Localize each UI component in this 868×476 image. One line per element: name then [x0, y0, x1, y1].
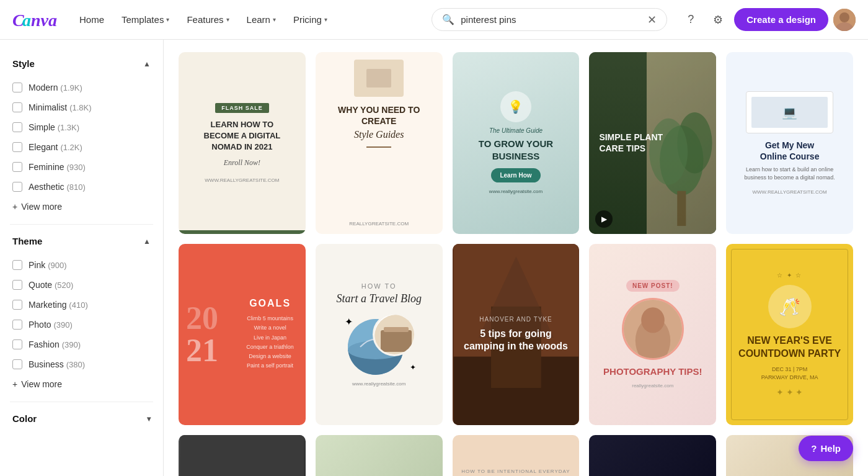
theme-section-header[interactable]: Theme ▲: [10, 230, 153, 253]
theme-divider: [10, 402, 153, 402]
card1-bottom-bar: [179, 230, 306, 234]
template-card-12[interactable]: [316, 435, 443, 476]
card8-content: Hanover and Tyke 5 tips for going campin…: [460, 316, 572, 354]
template-card-3[interactable]: 💡 The Ultimate Guide TO GROW YOUR BUSINE…: [453, 52, 580, 234]
svg-point-23: [641, 308, 665, 333]
card10-eyebrow: ☆ ✦ ☆: [777, 272, 803, 279]
create-design-button[interactable]: Create a design: [734, 8, 828, 31]
theme-filter-section: Theme ▲ Pink (900) Quote (520) Marketing…: [10, 230, 153, 397]
card10-date: DEC 31 | 7PMPARKWAY DRIVE, MA: [761, 366, 818, 382]
template-card-7[interactable]: HOW TO Start a Travel Blog: [316, 244, 443, 426]
card9-title: PHOTOGRAPHY TIPS!: [603, 366, 702, 377]
filter-modern[interactable]: Modern (1.9K): [10, 78, 153, 97]
search-icon: 🔍: [442, 14, 454, 25]
card5-subtitle: Learn how to start & build an onlinebusi…: [745, 166, 835, 181]
card3-cta[interactable]: Learn How: [491, 168, 540, 182]
minimalist-checkbox[interactable]: [12, 102, 22, 112]
template-card-6[interactable]: 20 21 GOALS Climb 5 mountainsWrite a nov…: [179, 244, 306, 426]
pink-checkbox[interactable]: [12, 260, 22, 270]
filter-business[interactable]: Business (380): [10, 354, 153, 374]
template-card-14[interactable]: [589, 435, 716, 476]
card3-footer: www.reallygreatsite.com: [489, 189, 542, 194]
template-card-9[interactable]: NEW POST! PHOTOGRAPHY TIPS! reallygreats…: [589, 244, 716, 426]
nav-home[interactable]: Home: [72, 9, 112, 30]
filter-minimalist[interactable]: Minimalist (1.8K): [10, 97, 153, 117]
card7-eyebrow: HOW TO: [361, 282, 397, 290]
theme-label: Theme: [12, 236, 42, 246]
card6-goals-label: GOALS: [242, 298, 298, 309]
template-card-2[interactable]: WHY YOU NEED TO CREATE Style Guides REAL…: [316, 52, 443, 234]
card13-eyebrow: HOW TO BE INTENTIONAL EVERYDAY: [461, 469, 570, 474]
template-card-8[interactable]: Hanover and Tyke 5 tips for going campin…: [453, 244, 580, 426]
svg-text:a: a: [22, 11, 31, 30]
filter-elegant[interactable]: Elegant (1.2K): [10, 137, 153, 157]
pricing-chevron-icon: ▾: [324, 16, 327, 23]
theme-view-more[interactable]: + View more: [10, 374, 153, 394]
nav-features[interactable]: Features ▾: [179, 9, 236, 30]
logo[interactable]: C a nva: [12, 10, 62, 30]
svg-text:nva: nva: [31, 11, 57, 30]
card10-decorations: ✦ ✦ ✦: [776, 387, 804, 397]
filter-pink[interactable]: Pink (900): [10, 255, 153, 275]
style-view-more[interactable]: + View more: [10, 197, 153, 217]
nav-templates[interactable]: Templates ▾: [114, 9, 177, 30]
card13-content: HOW TO BE INTENTIONAL EVERYDAY BLOG 001: [453, 435, 580, 476]
search-clear-icon[interactable]: ✕: [647, 14, 657, 25]
feminine-checkbox[interactable]: [12, 162, 22, 172]
content-area: FLASH SALE LEARN HOW TOBECOME A DIGITALN…: [164, 40, 868, 476]
template-card-5[interactable]: 💻 Get My NewOnline Course Learn how to s…: [726, 52, 853, 234]
card11-bg: [179, 435, 306, 476]
card7-title: Start a Travel Blog: [336, 292, 422, 305]
laptop-icon: 💻: [782, 105, 797, 120]
template-card-1[interactable]: FLASH SALE LEARN HOW TOBECOME A DIGITALN…: [179, 52, 306, 234]
marketing-checkbox[interactable]: [12, 300, 22, 310]
help-icon-btn[interactable]: ?: [680, 9, 702, 31]
card6-goals-list: Climb 5 mountainsWrite a novelLive in Ja…: [242, 314, 298, 371]
photo-checkbox[interactable]: [12, 320, 22, 330]
bulb-icon: 💡: [508, 99, 523, 114]
card3-title: TO GROW YOUR BUSINESS: [460, 138, 572, 162]
nav-learn[interactable]: Learn ▾: [239, 9, 283, 30]
filter-aesthetic[interactable]: Aesthetic (810): [10, 177, 153, 197]
svg-rect-15: [381, 330, 412, 352]
search-bar: 🔍 ✕: [432, 8, 667, 31]
fashion-checkbox[interactable]: [12, 339, 22, 349]
aesthetic-checkbox[interactable]: [12, 182, 22, 192]
simple-checkbox[interactable]: [12, 122, 22, 132]
svg-rect-16: [384, 327, 409, 332]
filter-feminine[interactable]: Feminine (930): [10, 157, 153, 177]
search-input[interactable]: [461, 14, 641, 25]
template-card-11[interactable]: [179, 435, 306, 476]
help-button[interactable]: ? Help: [799, 436, 853, 461]
modern-checkbox[interactable]: [12, 83, 22, 92]
card14-bg: [589, 435, 716, 476]
template-card-13[interactable]: HOW TO BE INTENTIONAL EVERYDAY BLOG 001: [453, 435, 580, 476]
features-chevron-icon: ▾: [226, 16, 229, 23]
card1-footer: WWW.REALLYGREATSITE.COM: [205, 177, 279, 183]
filter-quote[interactable]: Quote (520): [10, 275, 153, 295]
avatar[interactable]: [833, 9, 856, 31]
filter-marketing[interactable]: Marketing (410): [10, 295, 153, 315]
business-checkbox[interactable]: [12, 359, 22, 369]
color-section-header[interactable]: Color ▾: [10, 407, 153, 430]
card2-divider: [366, 146, 391, 148]
nav-pricing[interactable]: Pricing ▾: [286, 9, 335, 30]
card7-image: ✦ ✦: [342, 313, 416, 375]
quote-checkbox[interactable]: [12, 280, 22, 290]
template-card-10[interactable]: ☆ ✦ ☆ 🥂 NEW YEAR'S EVECOUNTDOWN PARTY DE…: [726, 244, 853, 426]
filter-fashion[interactable]: Fashion (390): [10, 335, 153, 354]
card9-image-circle: [622, 298, 684, 360]
main-nav: Home Templates ▾ Features ▾ Learn ▾ Pric…: [72, 9, 335, 30]
settings-btn[interactable]: ⚙: [707, 9, 729, 31]
elegant-checkbox[interactable]: [12, 142, 22, 152]
style-section-header[interactable]: Style ▲: [10, 52, 153, 75]
filter-photo[interactable]: Photo (390): [10, 315, 153, 335]
template-card-4[interactable]: SIMPLE PLANTCARE TIPS ▶: [589, 52, 716, 234]
style-filter-section: Style ▲ Modern (1.9K) Minimalist (1.8K) …: [10, 52, 153, 219]
sparkle-icon: ✦: [345, 316, 353, 328]
avatar-image: [833, 9, 856, 31]
templates-chevron-icon: ▾: [166, 16, 169, 23]
card8-title: 5 tips for going camping in the woods: [460, 328, 572, 354]
filter-simple[interactable]: Simple (1.3K): [10, 117, 153, 137]
card2-footer: REALLYGREATSITE.COM: [349, 221, 409, 227]
